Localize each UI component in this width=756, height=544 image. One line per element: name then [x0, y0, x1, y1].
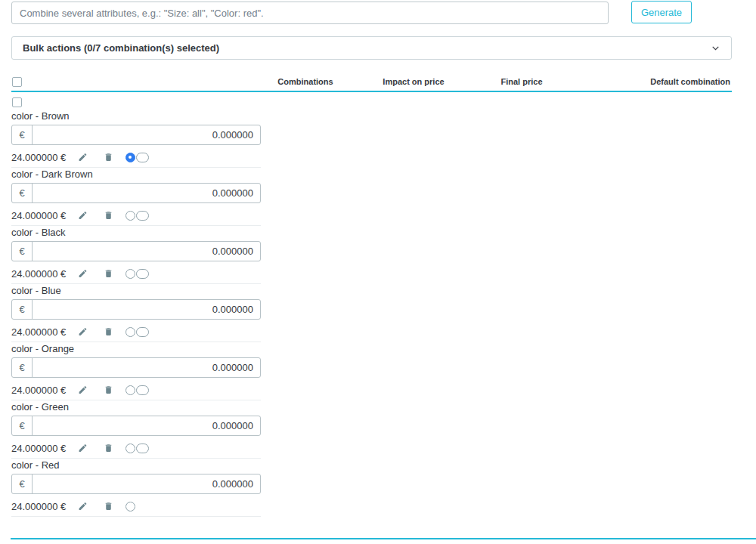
- impact-on-price-input-group: €: [11, 416, 261, 436]
- final-price-value: 24.000000 €: [11, 443, 66, 454]
- combinations-list: color - Brown € 24.000000 € color - Dark…: [11, 110, 261, 517]
- toggle-track: [136, 385, 149, 395]
- delete-icon[interactable]: [104, 443, 113, 453]
- combination-row: color - Orange € 24.000000 €: [11, 342, 261, 400]
- edit-icon[interactable]: [78, 326, 88, 337]
- toggle-knob: [125, 269, 135, 279]
- currency-prefix: €: [12, 300, 33, 319]
- combination-actions: 24.000000 €: [11, 499, 261, 513]
- currency-prefix: €: [12, 474, 33, 493]
- final-price-value: 24.000000 €: [11, 210, 66, 221]
- default-combination-toggle[interactable]: [125, 327, 149, 337]
- final-price-value: 24.000000 €: [11, 268, 66, 280]
- impact-on-price-input[interactable]: [33, 125, 260, 144]
- attributes-combine-input[interactable]: [11, 2, 609, 24]
- delete-icon[interactable]: [104, 268, 113, 279]
- edit-icon[interactable]: [78, 152, 88, 162]
- default-combination-toggle[interactable]: [125, 211, 149, 221]
- column-header-impact-on-price: Impact on price: [383, 77, 444, 86]
- toggle-knob: [125, 444, 135, 453]
- toggle-knob: [125, 502, 135, 512]
- impact-on-price-input[interactable]: [33, 300, 260, 319]
- combination-actions: 24.000000 €: [11, 383, 261, 397]
- combination-label: color - Dark Brown: [11, 169, 261, 180]
- combination-label: color - Brown: [11, 111, 261, 122]
- bulk-actions-dropdown[interactable]: Bulk actions (0/7 combination(s) selecte…: [11, 36, 732, 60]
- delete-icon[interactable]: [104, 385, 113, 395]
- combination-label: color - Orange: [11, 344, 261, 354]
- combination-row: color - Brown € 24.000000 €: [11, 110, 261, 168]
- column-header-final-price: Final price: [500, 77, 542, 86]
- default-combination-toggle[interactable]: [125, 269, 149, 279]
- combination-label: color - Green: [11, 402, 261, 413]
- toggle-track: [136, 153, 149, 162]
- toggle-track: [136, 444, 149, 453]
- combination-actions: 24.000000 €: [11, 267, 261, 280]
- edit-icon[interactable]: [78, 268, 88, 279]
- combination-row: color - Blue € 24.000000 €: [11, 284, 261, 342]
- row-select-checkbox[interactable]: [12, 97, 22, 107]
- currency-prefix: €: [12, 184, 33, 202]
- impact-on-price-input-group: €: [11, 183, 261, 203]
- final-price-value: 24.000000 €: [11, 326, 66, 338]
- impact-on-price-input[interactable]: [33, 474, 260, 493]
- generate-button[interactable]: Generate: [631, 1, 692, 23]
- delete-icon[interactable]: [104, 501, 113, 512]
- impact-on-price-input-group: €: [11, 299, 261, 320]
- currency-prefix: €: [12, 242, 33, 261]
- combination-label: color - Red: [11, 460, 261, 471]
- impact-on-price-input[interactable]: [33, 416, 260, 435]
- default-combination-toggle[interactable]: [125, 502, 135, 512]
- final-price-value: 24.000000 €: [11, 152, 66, 163]
- combination-actions: 24.000000 €: [11, 209, 261, 222]
- combination-actions: 24.000000 €: [11, 325, 261, 338]
- delete-icon[interactable]: [104, 152, 113, 162]
- toggle-track: [136, 327, 149, 337]
- combination-row: color - Dark Brown € 24.000000 €: [11, 168, 261, 226]
- impact-on-price-input-group: €: [11, 241, 261, 261]
- edit-icon[interactable]: [78, 385, 88, 395]
- toggle-track: [136, 211, 149, 221]
- select-all-checkbox[interactable]: [12, 77, 22, 87]
- combinations-panel: Generate Bulk actions (0/7 combination(s…: [0, 0, 756, 544]
- combination-row: color - Red € 24.000000 €: [11, 459, 261, 517]
- default-combination-toggle[interactable]: [125, 444, 149, 453]
- toggle-knob: [125, 153, 135, 162]
- default-combination-toggle[interactable]: [125, 153, 149, 162]
- toggle-knob: [125, 211, 135, 221]
- edit-icon[interactable]: [78, 501, 88, 512]
- toggle-knob: [125, 385, 135, 395]
- bulk-actions-label: Bulk actions (0/7 combination(s) selecte…: [23, 42, 219, 54]
- combination-label: color - Blue: [11, 286, 261, 296]
- edit-icon[interactable]: [78, 210, 88, 221]
- panel-divider: [11, 538, 756, 539]
- delete-icon[interactable]: [104, 326, 113, 337]
- chevron-down-icon: [711, 43, 720, 53]
- combination-actions: 24.000000 €: [11, 441, 261, 455]
- delete-icon[interactable]: [104, 210, 113, 221]
- toggle-knob: [125, 327, 135, 337]
- table-header: Combinations Impact on price Final price…: [11, 74, 732, 92]
- combination-row: color - Green € 24.000000 €: [11, 400, 261, 459]
- toggle-track: [136, 269, 149, 279]
- currency-prefix: €: [12, 358, 33, 377]
- impact-on-price-input[interactable]: [33, 242, 260, 261]
- impact-on-price-input-group: €: [11, 125, 261, 145]
- edit-icon[interactable]: [78, 443, 88, 453]
- combination-row: color - Black € 24.000000 €: [11, 226, 261, 284]
- combination-actions: 24.000000 €: [11, 150, 261, 164]
- column-header-default-combination: Default combination: [650, 77, 730, 86]
- currency-prefix: €: [12, 416, 33, 435]
- final-price-value: 24.000000 €: [11, 385, 66, 396]
- impact-on-price-input-group: €: [11, 357, 261, 378]
- impact-on-price-input[interactable]: [33, 358, 260, 377]
- currency-prefix: €: [12, 125, 33, 144]
- default-combination-toggle[interactable]: [125, 385, 149, 395]
- column-header-combinations: Combinations: [277, 77, 333, 86]
- impact-on-price-input[interactable]: [33, 184, 260, 202]
- final-price-value: 24.000000 €: [11, 501, 66, 512]
- combination-label: color - Black: [11, 227, 261, 238]
- impact-on-price-input-group: €: [11, 474, 261, 494]
